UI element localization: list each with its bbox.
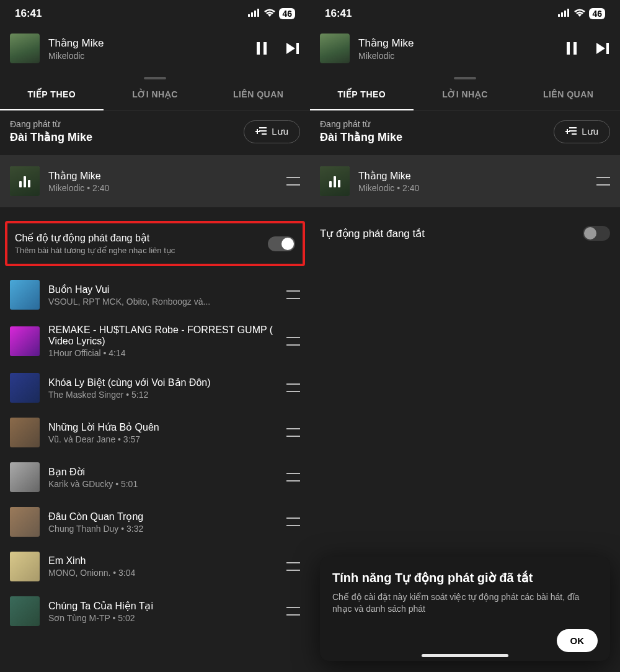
drag-handle[interactable] xyxy=(286,383,300,392)
now-playing-title: Thằng Mike xyxy=(358,37,557,50)
album-art[interactable] xyxy=(320,34,350,63)
pause-button[interactable] xyxy=(565,41,578,56)
now-playing-info[interactable]: Thằng Mike Mikelodic xyxy=(358,37,557,61)
autoplay-off-row: Tự động phát đang tắt xyxy=(310,207,620,259)
dialog-body: Chế độ cài đặt này kiểm soát việc tự độn… xyxy=(332,591,598,616)
tab-lyrics[interactable]: LỜI NHẠC xyxy=(414,79,517,110)
battery-badge: 46 xyxy=(279,8,295,19)
svg-rect-6 xyxy=(296,43,299,54)
now-playing-artist: Mikelodic xyxy=(358,51,557,61)
track-title: Đâu Còn Quan Trọng xyxy=(48,511,278,522)
svg-rect-0 xyxy=(248,14,250,17)
context-row: Đang phát từ Đài Thằng Mike Lưu xyxy=(310,110,620,155)
save-button[interactable]: Lưu xyxy=(554,120,610,143)
tab-next[interactable]: TIẾP THEO xyxy=(0,79,104,110)
context-source: Đài Thằng Mike xyxy=(10,130,92,144)
queue-list: Buồn Hay Vui VSOUL, RPT MCK, Obito, Ronb… xyxy=(0,272,310,672)
track-thumb xyxy=(10,373,40,403)
current-track-row[interactable]: Thằng Mike Mikelodic • 2:40 xyxy=(0,155,310,207)
context-source: Đài Thằng Mike xyxy=(320,130,402,144)
home-indicator[interactable] xyxy=(422,654,508,657)
playlist-add-icon xyxy=(255,126,267,138)
track-title: Những Lời Hứa Bỏ Quên xyxy=(48,421,278,433)
current-track-title: Thằng Mike xyxy=(48,170,278,182)
queue-item[interactable]: Buồn Hay Vui VSOUL, RPT MCK, Obito, Ronb… xyxy=(0,272,310,317)
now-playing-bar: Thằng Mike Mikelodic xyxy=(0,27,310,74)
playlist-add-icon xyxy=(565,126,577,138)
tab-related[interactable]: LIÊN QUAN xyxy=(206,79,310,110)
autoplay-off-title: Tự động phát đang tắt xyxy=(320,227,425,240)
svg-rect-5 xyxy=(264,42,267,55)
drag-handle[interactable] xyxy=(286,473,300,482)
context-row: Đang phát từ Đài Thằng Mike Lưu xyxy=(0,110,310,155)
queue-item[interactable]: Khóa Ly Biệt (cùng với Voi Bản Đôn) The … xyxy=(0,365,310,410)
queue-item[interactable]: Đâu Còn Quan Trọng Chung Thanh Duy • 3:3… xyxy=(0,500,310,544)
svg-rect-1 xyxy=(251,12,253,17)
track-thumb xyxy=(10,507,40,537)
autoplay-toggle-on[interactable] xyxy=(268,236,295,251)
track-title: Chúng Ta Của Hiện Tại xyxy=(48,600,278,612)
drag-handle[interactable] xyxy=(286,517,300,526)
autoplay-on-box: Chế độ tự động phát đang bật Thêm bài há… xyxy=(5,221,305,266)
track-title: Bạn Đời xyxy=(48,466,278,478)
svg-rect-15 xyxy=(567,9,569,17)
dialog-title: Tính năng Tự động phát giờ đã tắt xyxy=(332,570,598,585)
current-track-meta: Mikelodic • 2:40 xyxy=(48,183,278,193)
dialog-ok-button[interactable]: OK xyxy=(557,629,598,652)
pause-button[interactable] xyxy=(255,41,268,56)
drag-handle[interactable] xyxy=(286,290,300,299)
current-track-row[interactable]: Thằng Mike Mikelodic • 2:40 xyxy=(310,155,620,207)
save-label: Lưu xyxy=(272,126,288,137)
svg-rect-3 xyxy=(257,9,259,17)
track-thumb xyxy=(10,462,40,492)
queue-item[interactable]: Chúng Ta Của Hiện Tại Sơn Tùng M-TP • 5:… xyxy=(0,589,310,634)
playing-indicator-icon xyxy=(320,166,350,196)
left-panel: 16:41 46 Thằng Mike Mikelodic TIẾ xyxy=(0,0,310,672)
svg-rect-13 xyxy=(561,12,563,17)
svg-rect-17 xyxy=(574,42,577,55)
track-meta: 1Hour Official • 4:14 xyxy=(48,348,278,358)
next-button[interactable] xyxy=(285,42,300,55)
autoplay-on-title: Chế độ tự động phát đang bật xyxy=(15,232,260,244)
drag-handle[interactable] xyxy=(286,562,300,571)
now-playing-info[interactable]: Thằng Mike Mikelodic xyxy=(48,37,247,61)
status-time: 16:41 xyxy=(325,7,352,20)
album-art[interactable] xyxy=(10,34,40,63)
save-button[interactable]: Lưu xyxy=(244,120,300,143)
right-panel: 16:41 46 Thằng Mike Mikelodic TIẾ xyxy=(310,0,620,672)
autoplay-toggle-off[interactable] xyxy=(583,226,610,241)
playing-indicator-icon xyxy=(10,166,40,196)
drag-handle[interactable] xyxy=(596,177,610,186)
drag-handle[interactable] xyxy=(286,607,300,616)
track-thumb xyxy=(10,326,40,356)
save-label: Lưu xyxy=(582,126,598,137)
track-thumb xyxy=(10,552,40,581)
svg-rect-12 xyxy=(558,14,560,17)
tab-related[interactable]: LIÊN QUAN xyxy=(516,79,620,110)
track-title: REMAKE - HU$TLANG Robe - FORREST GUMP ( … xyxy=(48,325,278,347)
track-meta: VSOUL, RPT MCK, Obito, Ronboogz và... xyxy=(48,297,278,307)
queue-item[interactable]: Bạn Đời Karik và GDucky • 5:01 xyxy=(0,455,310,500)
queue-item[interactable]: Em Xinh MONO, Onionn. • 3:04 xyxy=(0,544,310,589)
track-meta: Karik và GDucky • 5:01 xyxy=(48,479,278,489)
drag-handle[interactable] xyxy=(286,177,300,186)
tabs: TIẾP THEO LỜI NHẠC LIÊN QUAN xyxy=(0,79,310,110)
autoplay-on-subtitle: Thêm bài hát tương tự để nghe nhạc liên … xyxy=(15,246,260,255)
signal-icon xyxy=(248,7,260,20)
current-track-thumb xyxy=(320,166,350,196)
status-time: 16:41 xyxy=(15,7,42,20)
queue-item[interactable]: REMAKE - HU$TLANG Robe - FORREST GUMP ( … xyxy=(0,317,310,365)
tab-next[interactable]: TIẾP THEO xyxy=(310,79,414,110)
track-thumb xyxy=(10,418,40,447)
next-button[interactable] xyxy=(595,42,610,55)
context-label: Đang phát từ xyxy=(10,119,92,129)
wifi-icon xyxy=(574,7,585,20)
queue-item[interactable]: Những Lời Hứa Bỏ Quên Vũ. và Dear Jane •… xyxy=(0,410,310,455)
now-playing-title: Thằng Mike xyxy=(48,37,247,50)
tabs: TIẾP THEO LỜI NHẠC LIÊN QUAN xyxy=(310,79,620,110)
svg-rect-14 xyxy=(564,11,566,17)
tab-lyrics[interactable]: LỜI NHẠC xyxy=(104,79,207,110)
drag-handle[interactable] xyxy=(286,337,300,346)
drag-handle[interactable] xyxy=(286,428,300,437)
track-meta: MONO, Onionn. • 3:04 xyxy=(48,568,278,578)
